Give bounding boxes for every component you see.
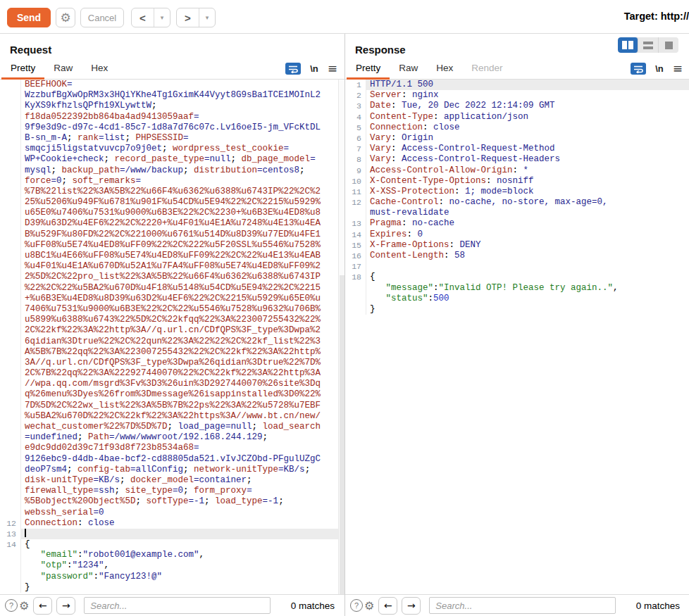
editor-line[interactable]: 7406%u7531%u9000%u6B3E%22%2C%22%u5546%u7… [0, 304, 344, 315]
request-scrollbar-thumb[interactable] [340, 275, 344, 594]
editor-line[interactable]: 3Date: Tue, 20 Dec 2022 12:14:09 GMT [345, 101, 689, 111]
editor-line[interactable]: 12Cache-Control: no-cache, no-store, max… [345, 197, 689, 208]
forward-dropdown-button[interactable]: ▾ [199, 8, 215, 27]
send-button[interactable]: Send [7, 8, 51, 27]
editor-line[interactable]: } [0, 582, 344, 593]
editor-line[interactable]: 13Pragma: no-cache [345, 218, 689, 229]
editor-line[interactable]: "password":"Fancy123!@" [0, 572, 344, 582]
response-search-input[interactable] [429, 597, 616, 614]
editor-line[interactable]: WzzbufBgXwOpRM3x3HQiYKhe4Tg1GximK44Vyyt8… [0, 90, 344, 101]
editor-line[interactable]: force=0; soft_remarks= [0, 176, 344, 187]
editor-line[interactable]: %5Bobject%20Object%5D; softType=-1; load… [0, 496, 344, 507]
editor-line[interactable]: deoP7sm4; config-tab=allConfig; network-… [0, 465, 344, 475]
editor-line[interactable]: 7D%5D%2C%22wx_list%22%3A%5B%7B%22ps%22%3… [0, 401, 344, 411]
editor-line[interactable]: 9126ebc9-d4db-4bae-bcf2-cd88805da521.vIv… [0, 454, 344, 465]
help-icon[interactable]: ? [5, 599, 18, 612]
editor-line[interactable]: "message":"Invalid OTP! Please try again… [345, 283, 689, 294]
tab-pretty[interactable]: Pretty [347, 60, 390, 80]
editor-line[interactable]: webssh_serial=0 [0, 508, 344, 518]
request-scrollbar[interactable] [338, 80, 344, 594]
forward-button[interactable]: > [177, 8, 199, 27]
editor-line[interactable]: 9Access-Control-Allow-Origin: * [345, 165, 689, 176]
editor-line[interactable]: D39%u63D2%u4EF6%22%2C%2220+%u4F01%u4E1A%… [0, 218, 344, 229]
search-prev-button[interactable]: ← [33, 597, 52, 615]
editor-line[interactable]: "status":500 [345, 294, 689, 304]
editor-line[interactable]: 10X-Content-Type-Options: nosniff [345, 176, 689, 187]
editor-line[interactable]: 1HTTP/1.1 500 [345, 80, 689, 90]
editor-line[interactable]: 9f9e3d9c-d97c-4cd1-85c7-1d8a7d76c07c.Lv1… [0, 122, 344, 133]
editor-line[interactable]: A%5B%7B%22qq%22%3A%223007255432%22%2C%22… [0, 347, 344, 358]
editor-line[interactable]: 2C%7B%22qq%22%3A%222927440070%22%2C%22kf… [0, 368, 344, 379]
editor-line[interactable]: 16Content-Length: 58 [345, 251, 689, 261]
editor-line[interactable]: KyXS9kfhzlsQPfh19XLywttW; [0, 101, 344, 111]
show-newlines-icon[interactable]: \n [655, 63, 664, 74]
editor-line[interactable]: 17 [345, 261, 689, 272]
editor-line[interactable]: 3A//q.url.cn/CDfQPS%3F_type%3Dwpa%26qidi… [0, 358, 344, 368]
layout-columns-icon[interactable] [618, 37, 638, 53]
editor-line[interactable]: %7B%22list%22%3A%5B%22%u66F4%u6362%u6388… [0, 187, 344, 197]
editor-line[interactable]: q%26menu%3Dyes%26from%3Dmessage%26isappi… [0, 389, 344, 400]
editor-line[interactable]: "otp":"1234", [0, 560, 344, 571]
editor-line[interactable]: must-revalidate [345, 208, 689, 218]
word-wrap-icon[interactable] [631, 63, 646, 75]
tab-raw[interactable]: Raw [390, 60, 427, 80]
editor-line[interactable]: 2C%22kf%22%3A%22http%3A//q.url.cn/CDfQPS… [0, 325, 344, 336]
tab-raw[interactable]: Raw [44, 60, 82, 80]
help-icon[interactable]: ? [350, 599, 363, 612]
show-newlines-icon[interactable]: \n [310, 63, 318, 74]
hamburger-menu-icon[interactable]: ≡ [328, 63, 337, 75]
editor-line[interactable]: u8BC1%u4E66%uFF08%u5E74%u4ED8%uFF09%22%2… [0, 251, 344, 261]
editor-line[interactable]: "email":"robot001@example.com", [0, 550, 344, 560]
editor-line[interactable]: 2Server: nginx [345, 90, 689, 101]
editor-line[interactable]: } [345, 304, 689, 315]
request-search-input[interactable] [84, 597, 271, 614]
editor-line[interactable]: //wpa.qq.com/msgrd%3Fv%3D3%26uin%3D29274… [0, 379, 344, 389]
editor-line[interactable]: %uFF08%u5E74%u4ED8%uFF09%22%2C%222%u5F20… [0, 240, 344, 251]
editor-line[interactable]: WP+Cookie+check; record_paste_type=null;… [0, 154, 344, 165]
editor-line[interactable]: 6Vary: Origin [345, 133, 689, 144]
editor-line[interactable]: 12Connection: close [0, 518, 344, 529]
editor-line[interactable]: smqcji5ligstatvuvcp7o9j0et; wordpress_te… [0, 144, 344, 154]
editor-line[interactable]: 25%u5206%u949F%u6781%u901F%u54CD%u5E94%2… [0, 197, 344, 208]
editor-line[interactable]: 6qidian%3Dtrue%22%2C%22qun%22%3A%22%22%2… [0, 337, 344, 347]
editor-line[interactable]: 7Vary: Access-Control-Request-Method [345, 144, 689, 154]
editor-line[interactable]: 11X-XSS-Protection: 1; mode=block [345, 187, 689, 197]
request-editor[interactable]: BEEFHOOK=WzzbufBgXwOpRM3x3HQiYKhe4Tg1Gxi… [0, 80, 344, 594]
editor-line[interactable]: BEEFHOOK= [0, 80, 344, 90]
word-wrap-icon[interactable] [285, 63, 301, 75]
layout-single-icon[interactable] [659, 37, 678, 53]
editor-line[interactable]: u65E0%u7406%u7531%u9000%u6B3E%22%2C%2230… [0, 208, 344, 218]
back-dropdown-button[interactable]: ▾ [154, 8, 170, 27]
tab-hex[interactable]: Hex [427, 60, 462, 80]
editor-line[interactable]: u5899%u6388%u6743%22%5D%2C%22kfqq%22%3A%… [0, 315, 344, 325]
editor-line[interactable]: 4Content-Type: application/json [345, 112, 689, 122]
tab-render[interactable]: Render [462, 60, 511, 80]
editor-line[interactable]: firewall_type=ssh; site_type=0; form_pro… [0, 486, 344, 496]
editor-line[interactable]: 2%5D%2C%22pro_list%22%3A%5B%22%u66F4%u63… [0, 272, 344, 282]
editor-line[interactable]: 13 [0, 529, 344, 539]
editor-line[interactable]: 14Expires: 0 [345, 230, 689, 240]
editor-line[interactable]: %22%2C%22%u5BA2%u670D%u4F18%u5148%u54CD%… [0, 283, 344, 294]
editor-line[interactable]: =undefined; Path=/www/wwwroot/192.168.24… [0, 432, 344, 443]
tab-hex[interactable]: Hex [82, 60, 117, 80]
editor-line[interactable]: wechat_customer%22%7D%5D%7D; load_page=n… [0, 422, 344, 432]
layout-rows-icon[interactable] [638, 37, 659, 53]
editor-line[interactable]: 15X-Frame-Options: DENY [345, 240, 689, 251]
search-next-button[interactable]: → [402, 597, 421, 615]
search-settings-gear-icon[interactable]: ⚙ [19, 599, 29, 612]
editor-line[interactable]: f18da0522392bb864ba4ad9413059aaf= [0, 112, 344, 122]
editor-line[interactable]: %u4F01%u4E1A%u670D%u52A1%u7FA4%uFF08%u5E… [0, 261, 344, 272]
response-editor[interactable]: 1HTTP/1.1 5002Server: nginx3Date: Tue, 2… [345, 80, 689, 594]
editor-line[interactable]: 18{ [345, 272, 689, 282]
editor-line[interactable]: %u5BA2%u670D%22%2C%22kf%22%3A%22https%3A… [0, 411, 344, 422]
editor-line[interactable]: +%u6B3E%u4ED8%u8D39%u63D2%u4EF6%22%2C%22… [0, 294, 344, 304]
back-button[interactable]: < [132, 8, 154, 27]
editor-line[interactable]: e9dc9dd02d39c71f93d8f723b8534a68= [0, 443, 344, 453]
search-next-button[interactable]: → [56, 597, 75, 615]
send-settings-button[interactable]: ⚙ [56, 8, 75, 27]
editor-line[interactable]: mysql; backup_path=/www/backup; distribu… [0, 165, 344, 176]
cancel-button[interactable]: Cancel [80, 8, 124, 27]
editor-line[interactable]: B-sn_m-A; rank=list; PHPSESSID= [0, 133, 344, 144]
editor-line[interactable]: 8Vary: Access-Control-Request-Headers [345, 154, 689, 165]
editor-line[interactable]: 5Connection: close [345, 122, 689, 133]
